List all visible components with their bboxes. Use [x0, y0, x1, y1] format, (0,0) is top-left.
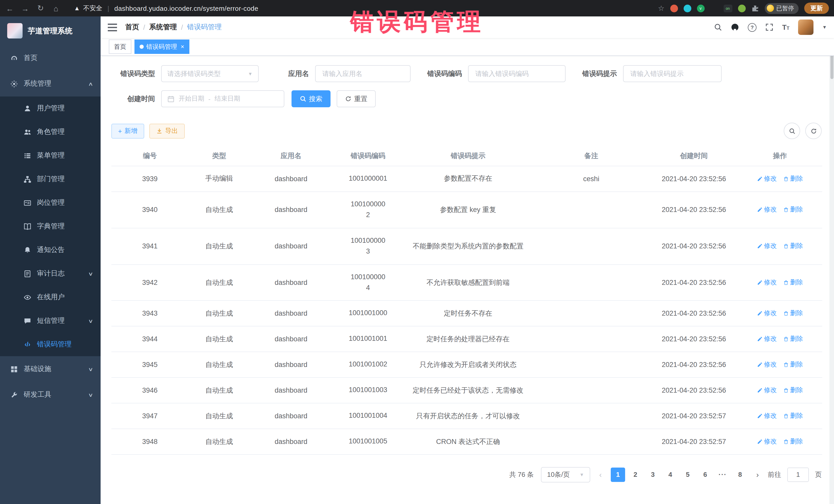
edit-link[interactable]: 修改 [757, 437, 777, 446]
extension-icon[interactable]: on [723, 4, 732, 12]
cell-actions: 修改删除 [738, 301, 822, 326]
address-bar-url[interactable]: dashboard.yudao.iocoder.cn/system/error-… [114, 4, 258, 12]
sidebar-item[interactable]: 在线用户 [0, 285, 101, 309]
sidebar-item[interactable]: 用户管理 [0, 96, 101, 120]
delete-link-label: 删除 [790, 205, 803, 214]
extension-icon[interactable] [738, 4, 745, 12]
sidebar-item[interactable]: 基础设施∨ [0, 356, 101, 382]
extensions-puzzle-icon[interactable] [751, 4, 759, 12]
refresh-table-button[interactable] [805, 123, 822, 139]
fullscreen-icon[interactable] [765, 23, 773, 31]
download-icon [156, 128, 162, 134]
prev-page-button[interactable]: ‹ [593, 467, 608, 482]
edit-link[interactable]: 修改 [757, 278, 777, 287]
delete-link[interactable]: 删除 [783, 242, 803, 250]
add-button[interactable]: + 新增 [111, 124, 144, 138]
sidebar-toggle-icon[interactable] [108, 23, 117, 31]
sidebar-item[interactable]: 通知公告 [0, 238, 101, 262]
sidebar-item[interactable]: 菜单管理 [0, 144, 101, 167]
error-msg-field[interactable] [623, 65, 722, 82]
reset-button-label: 重置 [354, 94, 368, 104]
page-button[interactable]: 6 [698, 467, 712, 482]
app-name-input[interactable] [321, 69, 404, 78]
pencil-icon [757, 388, 762, 393]
extension-icon[interactable] [710, 4, 718, 12]
delete-link[interactable]: 删除 [783, 360, 803, 369]
export-button[interactable]: 导出 [149, 124, 184, 138]
extension-icon[interactable] [683, 4, 691, 12]
delete-link[interactable]: 删除 [783, 412, 803, 420]
reset-button[interactable]: 重置 [337, 90, 376, 107]
browser-update-button[interactable]: 更新 [804, 3, 829, 14]
edit-link[interactable]: 修改 [757, 335, 777, 344]
profile-paused-badge[interactable]: 已暂停 [765, 3, 798, 14]
forward-icon[interactable]: → [21, 4, 30, 13]
reload-icon[interactable]: ↻ [36, 4, 45, 13]
site-security[interactable]: ▲ 不安全 | dashboard.yudao.iocoder.cn/syste… [74, 4, 258, 13]
back-icon[interactable]: ← [5, 4, 14, 13]
extension-icon[interactable]: v [697, 4, 704, 12]
hide-search-button[interactable] [784, 123, 800, 139]
page-button[interactable]: 4 [663, 467, 678, 482]
delete-link-label: 删除 [790, 412, 803, 420]
app-name-field[interactable] [315, 65, 411, 82]
github-icon[interactable] [731, 23, 739, 31]
edit-link[interactable]: 修改 [757, 242, 777, 250]
search-icon[interactable] [714, 23, 722, 31]
sidebar-item[interactable]: 短信管理∨ [0, 309, 101, 333]
breadcrumb-item[interactable]: 首页 [125, 23, 139, 32]
tag-home[interactable]: 首页 [109, 40, 131, 54]
goto-page-input[interactable] [787, 467, 809, 482]
cell-actions: 修改删除 [738, 228, 822, 265]
page-size-select[interactable]: 10条/页 ▼ [541, 467, 590, 482]
home-icon[interactable]: ⌂ [51, 4, 61, 13]
sidebar-item[interactable]: 角色管理 [0, 120, 101, 144]
delete-link[interactable]: 删除 [783, 437, 803, 446]
bookmark-star-icon[interactable]: ☆ [658, 4, 664, 12]
edit-link[interactable]: 修改 [757, 175, 777, 183]
edit-link[interactable]: 修改 [757, 205, 777, 214]
sidebar-item[interactable]: 研发工具∨ [0, 382, 101, 408]
page-button[interactable]: 5 [681, 467, 695, 482]
sidebar-item[interactable]: 部门管理 [0, 167, 101, 191]
page-button[interactable]: 2 [628, 467, 642, 482]
edit-link[interactable]: 修改 [757, 386, 777, 395]
create-time-range-picker[interactable]: 开始日期 - 结束日期 [161, 90, 284, 107]
next-page-button[interactable]: › [750, 467, 765, 482]
delete-link[interactable]: 删除 [783, 278, 803, 287]
extension-icon[interactable] [670, 4, 678, 12]
delete-link[interactable]: 删除 [783, 386, 803, 395]
search-button[interactable]: 搜索 [291, 90, 331, 107]
tag-error-code[interactable]: 错误码管理 × [134, 40, 190, 54]
font-size-icon[interactable]: TT [782, 23, 789, 31]
chevron-down-icon[interactable]: ▼ [822, 25, 827, 30]
delete-link[interactable]: 删除 [783, 335, 803, 344]
sidebar-item[interactable]: 岗位管理 [0, 191, 101, 215]
page-ellipsis[interactable]: ··· [716, 467, 730, 482]
delete-link[interactable]: 删除 [783, 309, 803, 318]
browser-scrollbar[interactable] [829, 17, 834, 504]
sidebar-item[interactable]: 审计日志∨ [0, 262, 101, 285]
page-button[interactable]: 1 [611, 467, 625, 482]
edit-link[interactable]: 修改 [757, 309, 777, 318]
error-type-select[interactable]: 请选择错误码类型 ▼ [161, 65, 259, 82]
breadcrumb-item[interactable]: 系统管理 [149, 23, 177, 32]
user-avatar[interactable] [798, 20, 813, 35]
sidebar-item[interactable]: 字典管理 [0, 215, 101, 238]
app-logo[interactable]: 芋道管理系统 [0, 17, 101, 45]
delete-link[interactable]: 删除 [783, 205, 803, 214]
help-icon[interactable]: ? [748, 23, 756, 31]
cell-type: 自动生成 [188, 403, 250, 429]
tag-close-icon[interactable]: × [181, 43, 184, 50]
delete-link[interactable]: 删除 [783, 175, 803, 183]
sidebar-item[interactable]: 首页 [0, 45, 101, 71]
error-msg-input[interactable] [629, 69, 716, 78]
edit-link[interactable]: 修改 [757, 412, 777, 420]
sidebar-item[interactable]: ‹/›错误码管理 [0, 333, 101, 356]
error-code-field[interactable] [468, 65, 566, 82]
sidebar-item[interactable]: 系统管理∧ [0, 71, 101, 96]
page-button[interactable]: 3 [646, 467, 660, 482]
error-code-input[interactable] [474, 69, 559, 78]
page-button[interactable]: 8 [733, 467, 747, 482]
edit-link[interactable]: 修改 [757, 360, 777, 369]
